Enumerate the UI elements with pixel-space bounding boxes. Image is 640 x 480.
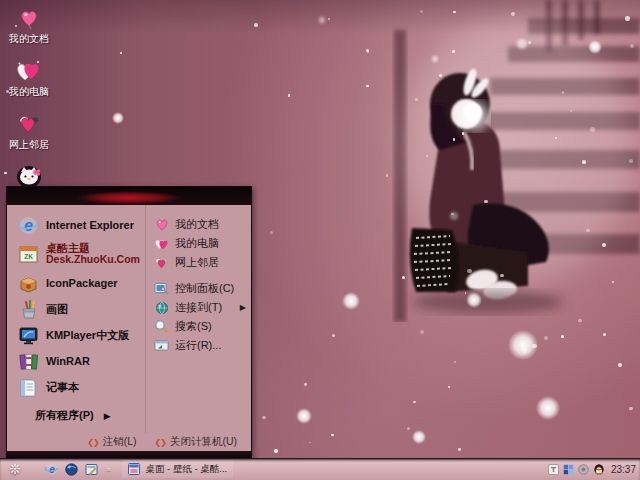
- start-menu: e Internet Explorer ZK: [6, 186, 252, 459]
- heart-icon: [154, 217, 169, 232]
- menu-item-label: 记事本: [46, 381, 79, 393]
- menu-item-label: WinRAR: [46, 355, 90, 367]
- all-programs-arrow-icon: ▶: [104, 411, 111, 421]
- start-menu-pinned-list: e Internet Explorer ZK: [7, 205, 145, 433]
- bokeh-light: [296, 408, 312, 424]
- quick-launch-bar: e »: [44, 462, 110, 477]
- menu-item-label: KMPlayer中文版: [46, 329, 129, 341]
- shutdown-label: 关闭计算机(U): [170, 435, 237, 449]
- start-button[interactable]: ❊: [0, 458, 30, 480]
- menu-separator: [146, 272, 251, 279]
- desktop-icon-list: 我的文档 我的电脑 网上邻居: [2, 2, 56, 214]
- quick-launch-expand-chevron[interactable]: »: [106, 465, 110, 474]
- taskbar-clock: 23:37: [611, 464, 636, 475]
- bokeh-light: [342, 292, 360, 310]
- menu-item-label: 连接到(T): [175, 301, 222, 313]
- search-icon: [154, 319, 169, 334]
- taskbar: ❊ e: [0, 458, 640, 480]
- desktop-icon-my-computer[interactable]: 我的电脑: [2, 55, 56, 99]
- menu-item-sublabel: Desk.ZhuoKu.Com: [46, 254, 140, 266]
- kitty-recycle-icon: [16, 161, 42, 189]
- start-menu-item-my-computer[interactable]: 我的电脑: [146, 234, 251, 253]
- heart-icon: [154, 236, 169, 251]
- iconpackager-icon: [17, 272, 39, 294]
- show-desktop-icon[interactable]: [84, 462, 99, 477]
- run-icon: [154, 338, 169, 353]
- quick-launch-globe-icon[interactable]: [64, 462, 79, 477]
- start-menu-item-winrar[interactable]: WinRAR: [7, 348, 145, 374]
- logoff-icon: ❮❯: [87, 438, 98, 447]
- desktop-icon-my-documents[interactable]: 我的文档: [2, 2, 56, 46]
- start-menu-item-network-places[interactable]: 网上邻居: [146, 253, 251, 272]
- desktop-icon-network-places[interactable]: 网上邻居: [2, 108, 56, 152]
- menu-item-label: 控制面板(C): [175, 282, 234, 294]
- bokeh-light: [466, 292, 482, 308]
- menu-item-label: 我的文档: [175, 218, 219, 230]
- heart-network-icon: [16, 108, 42, 136]
- shutdown-icon: ❮❯: [155, 438, 166, 447]
- start-menu-item-notepad[interactable]: 记事本: [7, 374, 145, 400]
- kmplayer-icon: [17, 324, 39, 346]
- notepad-icon: [17, 376, 39, 398]
- menu-item-label: Internet Explorer: [46, 219, 134, 231]
- bokeh-light: [536, 396, 560, 420]
- menu-item-label: 运行(R)...: [175, 339, 221, 351]
- start-menu-item-paint[interactable]: 画图: [7, 296, 145, 322]
- tray-input-method-icon[interactable]: [548, 463, 560, 475]
- window-button-icon: [128, 463, 140, 475]
- start-menu-bottom-strip: [7, 451, 251, 458]
- start-menu-item-control-panel[interactable]: 控制面板(C): [146, 279, 251, 298]
- heart-documents-icon: [17, 2, 41, 30]
- system-tray: 23:37: [548, 463, 640, 475]
- all-programs-label: 所有程序(P): [35, 408, 94, 423]
- taskbar-window-button[interactable]: 桌面 - 壁纸 - 桌酷...: [122, 460, 233, 478]
- start-menu-item-connect-to[interactable]: 连接到(T) ▶: [146, 298, 251, 317]
- bokeh-light: [588, 40, 602, 54]
- control-panel-icon: [154, 281, 169, 296]
- connect-to-icon: [154, 300, 169, 315]
- svg-text:ZK: ZK: [24, 252, 33, 259]
- winrar-icon: [17, 350, 39, 372]
- start-snowflake-icon: ❊: [9, 462, 21, 476]
- tray-qq-penguin-icon[interactable]: [593, 463, 605, 475]
- menu-item-label: 网上邻居: [175, 256, 219, 268]
- svg-text:e: e: [24, 217, 33, 234]
- bokeh-light: [112, 112, 124, 124]
- paint-icon: [17, 298, 39, 320]
- tray-windows-update-icon[interactable]: [563, 463, 575, 475]
- ie-icon: e: [17, 214, 39, 236]
- heart-computer-icon: [15, 55, 43, 83]
- quick-launch-ie-icon[interactable]: e: [44, 462, 59, 477]
- window-button-label: 桌面 - 壁纸 - 桌酷...: [145, 463, 227, 476]
- start-menu-body: e Internet Explorer ZK: [7, 205, 251, 433]
- menu-item-label: 我的电脑: [175, 237, 219, 249]
- desktop: 我的文档 我的电脑 网上邻居: [0, 0, 640, 480]
- logoff-button[interactable]: ❮❯ 注销(L): [87, 435, 136, 449]
- start-menu-item-kmplayer[interactable]: KMPlayer中文版: [7, 322, 145, 348]
- desktop-icon-label: 我的电脑: [9, 85, 49, 99]
- all-programs-button[interactable]: 所有程序(P) ▶: [35, 408, 111, 423]
- start-menu-item-run[interactable]: 运行(R)...: [146, 336, 251, 355]
- start-menu-footer: ❮❯ 注销(L) ❮❯ 关闭计算机(U): [7, 433, 251, 451]
- start-menu-places-list: 我的文档 我的电脑: [145, 205, 251, 433]
- menu-item-label: 搜索(S): [175, 320, 212, 332]
- start-menu-header-ornament: [7, 187, 251, 205]
- start-menu-item-internet-explorer[interactable]: e Internet Explorer: [7, 212, 145, 238]
- logoff-label: 注销(L): [103, 435, 137, 449]
- desktop-icon-label: 我的文档: [9, 32, 49, 46]
- desktop-icon-label: 网上邻居: [9, 138, 49, 152]
- zhuoku-icon: ZK: [17, 243, 39, 265]
- svg-text:e: e: [49, 463, 55, 475]
- start-menu-item-search[interactable]: 搜索(S): [146, 317, 251, 336]
- tray-volume-icon[interactable]: [578, 463, 590, 475]
- bokeh-light: [412, 430, 426, 444]
- start-menu-item-iconpackager[interactable]: IconPackager: [7, 270, 145, 296]
- heart-wings-icon: [154, 255, 169, 270]
- start-menu-item-my-documents[interactable]: 我的文档: [146, 215, 251, 234]
- menu-item-label: 桌酷主题 Desk.ZhuoKu.Com: [46, 242, 140, 266]
- submenu-arrow-icon: ▶: [240, 303, 246, 312]
- shutdown-button[interactable]: ❮❯ 关闭计算机(U): [155, 435, 237, 449]
- menu-item-label: IconPackager: [46, 277, 118, 289]
- menu-item-label: 画图: [46, 303, 68, 315]
- start-menu-item-zhuoku-theme[interactable]: ZK 桌酷主题 Desk.ZhuoKu.Com: [7, 238, 145, 270]
